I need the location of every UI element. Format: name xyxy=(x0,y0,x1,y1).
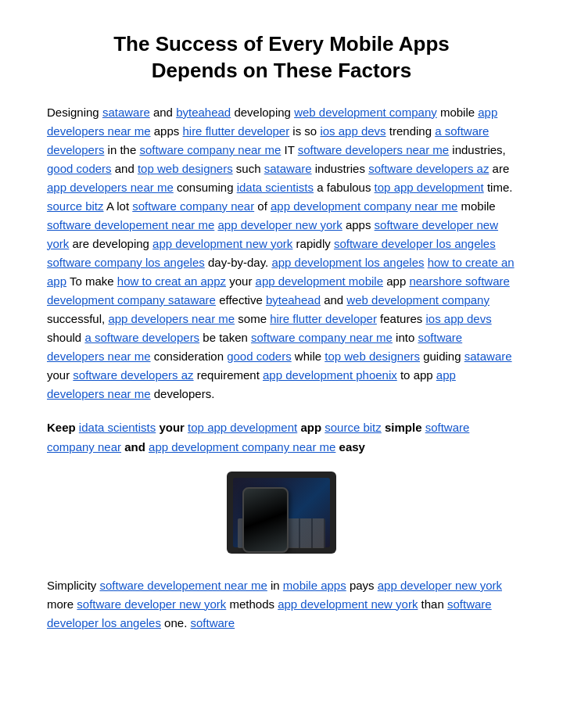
inline-link[interactable]: top app development xyxy=(375,181,484,194)
inline-link[interactable]: good coders xyxy=(227,350,292,363)
inline-link[interactable]: software developer new york xyxy=(77,597,226,611)
inline-link[interactable]: web development company xyxy=(294,106,437,119)
keep-section: Keep idata scientists your top app devel… xyxy=(47,418,516,457)
inline-link[interactable]: software developement near me xyxy=(100,579,267,592)
inline-link[interactable]: good coders xyxy=(47,162,112,175)
paragraph-1: Designing sataware and byteahead develop… xyxy=(47,103,516,403)
inline-link[interactable]: app development new york xyxy=(152,237,292,250)
bold-text: easy xyxy=(339,440,365,454)
inline-link[interactable]: software company near xyxy=(132,199,254,213)
inline-link[interactable]: app development los angeles xyxy=(271,256,424,269)
inline-link[interactable]: byteahead xyxy=(176,106,231,119)
phone-image xyxy=(227,472,336,554)
keyboard-overlay xyxy=(238,518,325,548)
article-title: The Success of Every Mobile Apps Depends… xyxy=(47,31,516,84)
paragraph-2: Simplicity software developement near me… xyxy=(47,576,516,633)
bold-text: app xyxy=(300,421,321,434)
inline-link[interactable]: top web designers xyxy=(325,350,420,363)
inline-link[interactable]: how to creat an appz xyxy=(117,274,226,288)
inline-link[interactable]: software developers az xyxy=(73,368,193,382)
bold-text: Keep xyxy=(47,421,76,434)
inline-link[interactable]: app development phoenix xyxy=(263,368,397,382)
inline-link[interactable]: idata scientists xyxy=(237,181,314,194)
inline-link[interactable]: sataware xyxy=(102,106,150,119)
inline-link[interactable]: software developers az xyxy=(368,162,489,175)
inline-link[interactable]: app development company near me xyxy=(149,440,335,454)
inline-link[interactable]: app development company near me xyxy=(271,199,457,213)
inline-link[interactable]: sataware xyxy=(464,350,512,363)
inline-link[interactable]: source bitz xyxy=(325,421,382,434)
inline-link[interactable]: app development mobile xyxy=(256,274,383,288)
inline-link[interactable]: idata scientists xyxy=(79,421,156,434)
inline-link[interactable]: software company near me xyxy=(139,143,281,156)
inline-link[interactable]: app developers near me xyxy=(47,181,174,194)
inline-link[interactable]: sataware xyxy=(264,162,312,175)
inline-link[interactable]: byteahead xyxy=(266,293,321,307)
inline-link[interactable]: software company near me xyxy=(251,331,393,344)
inline-link[interactable]: hire flutter developer xyxy=(182,124,289,138)
inline-link[interactable]: top web designers xyxy=(138,162,233,175)
inline-link[interactable]: a software developers xyxy=(84,331,199,344)
inline-link[interactable]: app developer new york xyxy=(378,579,502,592)
inline-link[interactable]: hire flutter developer xyxy=(270,312,377,325)
bold-text: simple xyxy=(385,421,422,434)
inline-link[interactable]: source bitz xyxy=(47,199,104,213)
inline-link[interactable]: app developers near me xyxy=(108,312,235,325)
inline-link[interactable]: ios app devs xyxy=(320,124,385,138)
bold-text: your xyxy=(159,421,185,434)
inline-link[interactable]: software xyxy=(190,616,235,629)
bold-text: and xyxy=(124,440,145,454)
inline-link[interactable]: app development new york xyxy=(278,597,418,611)
inline-link[interactable]: ios app devs xyxy=(425,312,491,325)
inline-link[interactable]: app developer new york xyxy=(217,218,342,231)
inline-link[interactable]: software developers near me xyxy=(298,143,449,156)
inline-link[interactable]: web development company xyxy=(346,293,489,307)
phone-image-container xyxy=(47,472,516,559)
inline-link[interactable]: top app development xyxy=(188,421,297,434)
inline-link[interactable]: software developement near me xyxy=(47,218,214,231)
inline-link[interactable]: mobile apps xyxy=(283,579,346,592)
